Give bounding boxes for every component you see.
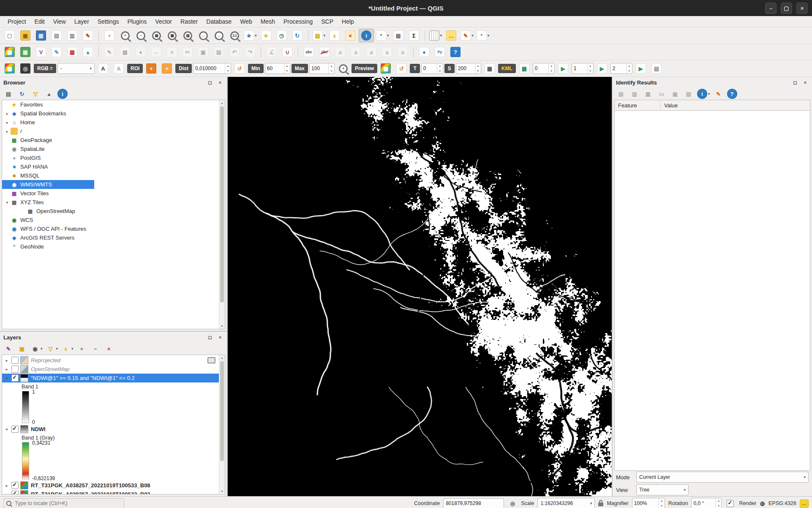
- column-header-value[interactable]: Value: [661, 102, 678, 109]
- browser-item[interactable]: ▸ ◆ Spatial Bookmarks: [2, 109, 88, 118]
- expand-arrow-icon[interactable]: ▸: [4, 358, 10, 363]
- scp-roi-pointer-icon[interactable]: +: [144, 62, 158, 75]
- scp-band2-arrow-icon[interactable]: ▶: [595, 62, 609, 75]
- zoom-in-icon[interactable]: +: [118, 29, 132, 42]
- toggle-editing-icon[interactable]: ✎: [102, 46, 117, 58]
- print-response-icon[interactable]: ▤: [683, 89, 695, 99]
- panel-close-icon[interactable]: ×: [802, 79, 809, 86]
- delete-selected-icon[interactable]: ×: [165, 46, 179, 58]
- scp-t-input[interactable]: ▴▾: [421, 63, 443, 74]
- expand-arrow-icon[interactable]: ▸: [4, 483, 10, 488]
- view-combo[interactable]: Tree▾: [636, 484, 689, 495]
- layer-checkbox[interactable]: [11, 374, 19, 382]
- redo-icon[interactable]: ↷: [243, 46, 257, 58]
- panel-float-icon[interactable]: ◻: [207, 79, 213, 86]
- identify-mode-icon[interactable]: i: [696, 89, 711, 99]
- expand-arrow-icon[interactable]: ▸: [4, 492, 10, 495]
- menu-item[interactable]: Mesh: [256, 18, 279, 25]
- browser-item[interactable]: ★ Favorites: [2, 100, 88, 109]
- layer-checkbox[interactable]: [11, 491, 19, 494]
- layer-checkbox[interactable]: [11, 482, 19, 489]
- undo-icon[interactable]: ↶: [227, 46, 242, 58]
- expand-arrow-icon[interactable]: ▸: [4, 112, 11, 116]
- browser-item[interactable]: ▾ ▦ XYZ Tiles: [2, 198, 88, 207]
- scp-s-input[interactable]: ▴▾: [456, 63, 481, 74]
- properties-widget-icon[interactable]: i: [57, 89, 68, 99]
- zoom-last-icon[interactable]: ←: [196, 29, 210, 42]
- menu-item[interactable]: Help: [338, 18, 358, 25]
- add-feature-icon[interactable]: ●: [134, 46, 148, 58]
- scp-stretch-cumulative-icon[interactable]: A: [96, 62, 110, 75]
- scp-stretch-std-icon[interactable]: A: [112, 62, 126, 75]
- identify-features-icon[interactable]: i: [359, 29, 374, 42]
- close-button[interactable]: ×: [796, 3, 808, 14]
- filter-legend-icon[interactable]: ▽: [45, 344, 59, 354]
- deselect-features-icon[interactable]: ×: [343, 29, 357, 42]
- menu-item[interactable]: Settings: [93, 18, 123, 25]
- browser-item[interactable]: ■ SAP HANA: [2, 162, 88, 171]
- new-spatialite-layer-icon[interactable]: ✎: [49, 46, 64, 58]
- new-shapefile-layer-icon[interactable]: V: [34, 46, 48, 58]
- settings-gear-icon[interactable]: *: [476, 29, 490, 42]
- layer-item[interactable]: ▾ "NDWI@1" >= 0.15 and "NDWI@1" <= 0.2: [2, 374, 225, 382]
- change-label-icon[interactable]: a: [395, 46, 410, 58]
- select-by-expression-icon[interactable]: ε: [327, 29, 342, 42]
- mode-combo[interactable]: Current Layer▾: [636, 472, 809, 483]
- scp-bandset-icon[interactable]: ▦: [3, 62, 17, 75]
- run-feature-action-icon[interactable]: *: [375, 29, 390, 42]
- open-project-icon[interactable]: ▣: [18, 29, 33, 42]
- refresh-map-icon[interactable]: ↻: [290, 29, 305, 42]
- browser-item[interactable]: ■ MSSQL: [2, 171, 88, 180]
- scp-band3-arrow-icon[interactable]: ▶: [634, 62, 648, 75]
- add-group-icon[interactable]: ▣: [16, 344, 28, 354]
- data-source-manager-icon[interactable]: ▦: [3, 46, 17, 58]
- temporal-controller-icon[interactable]: ◷: [275, 29, 289, 42]
- show-layout-manager-icon[interactable]: ▥: [65, 29, 79, 42]
- layer-checkbox[interactable]: [11, 426, 19, 433]
- filter-browser-icon[interactable]: ▽: [30, 89, 41, 99]
- zoom-full-icon[interactable]: ▣: [149, 29, 163, 42]
- save-project-icon[interactable]: ▦: [34, 29, 48, 42]
- scroll-down-icon[interactable]: ▼: [219, 489, 225, 494]
- browser-item[interactable]: ◉ WFS / OGC API - Features: [2, 224, 88, 233]
- new-mesh-layer-icon[interactable]: ▲: [81, 46, 95, 58]
- style-manager-icon[interactable]: ✎: [81, 29, 95, 42]
- scp-grid-icon[interactable]: ▦: [482, 62, 497, 75]
- rotation-input[interactable]: ▴▾: [691, 498, 722, 508]
- scp-preview-refresh-icon[interactable]: ↺: [394, 62, 409, 75]
- highlight-labels-icon[interactable]: a: [349, 46, 363, 58]
- crs-status[interactable]: EPSG:4326: [768, 500, 796, 506]
- scp-roi-undo-icon[interactable]: ↺: [232, 62, 247, 75]
- scp-preview-rgb-icon[interactable]: ▦: [379, 62, 393, 75]
- menu-item[interactable]: Layer: [70, 18, 93, 25]
- add-selected-layers-icon[interactable]: ▤: [3, 89, 14, 99]
- new-project-icon[interactable]: ▢: [3, 29, 17, 42]
- column-header-feature[interactable]: Feature: [615, 100, 661, 110]
- map-canvas[interactable]: [228, 77, 612, 496]
- collapse-all-icon[interactable]: ▴: [43, 89, 55, 99]
- expand-all-icon[interactable]: +: [76, 344, 88, 354]
- filter-expression-icon[interactable]: ε: [60, 344, 74, 354]
- browser-item[interactable]: ◉ WMS/WMTS: [2, 180, 94, 189]
- new-print-layout-icon[interactable]: ▤: [49, 29, 64, 42]
- menu-item[interactable]: Processing: [279, 18, 317, 25]
- magnifier-input[interactable]: ▴▾: [632, 498, 665, 508]
- layer-item[interactable]: ▾ NDWI: [2, 425, 225, 434]
- pan-map-icon[interactable]: +: [102, 29, 117, 42]
- labeling-icon[interactable]: abc: [302, 46, 316, 58]
- scp-dist-input[interactable]: ▴▾: [193, 63, 231, 74]
- zoom-native-icon[interactable]: 1:1: [227, 29, 242, 42]
- cut-features-icon[interactable]: ✂: [180, 46, 195, 58]
- layer-checkbox[interactable]: [11, 357, 19, 364]
- scale-lock-icon[interactable]: [598, 503, 603, 506]
- scp-max-input[interactable]: ▴▾: [309, 63, 335, 74]
- collapse-all-layers-icon[interactable]: −: [90, 344, 101, 354]
- manage-themes-icon[interactable]: ◉: [30, 344, 44, 354]
- panel-close-icon[interactable]: ×: [217, 79, 223, 86]
- expand-arrow-icon[interactable]: ▸: [4, 129, 11, 134]
- render-checkbox[interactable]: [727, 500, 734, 507]
- statistical-summary-icon[interactable]: Σ: [407, 29, 421, 42]
- show-bookmarks-icon[interactable]: ★: [259, 29, 273, 42]
- extents-toggle-icon[interactable]: ◎: [507, 498, 518, 508]
- open-attribute-table-icon[interactable]: ▦: [391, 29, 406, 42]
